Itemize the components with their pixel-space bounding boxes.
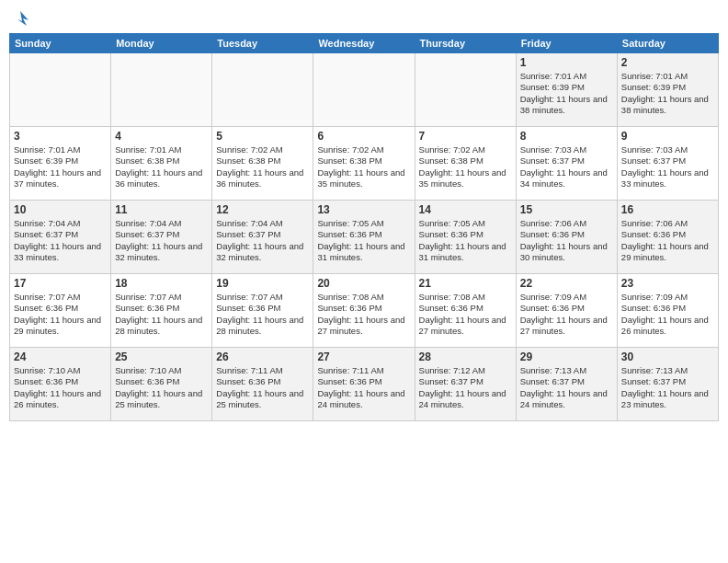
weekday-header-friday: Friday [516,34,617,53]
day-info: Sunrise: 7:01 AM Sunset: 6:38 PM Dayligh… [115,144,208,190]
day-number: 10 [14,203,107,216]
week-row-4: 17Sunrise: 7:07 AM Sunset: 6:36 PM Dayli… [10,274,719,348]
calendar-cell: 29Sunrise: 7:13 AM Sunset: 6:37 PM Dayli… [516,348,617,421]
day-number: 22 [520,277,613,290]
day-number: 4 [115,130,208,143]
day-number: 19 [216,277,309,290]
day-info: Sunrise: 7:10 AM Sunset: 6:36 PM Dayligh… [14,365,107,410]
calendar-cell: 15Sunrise: 7:06 AM Sunset: 6:36 PM Dayli… [516,201,617,274]
day-number: 5 [216,130,309,143]
svg-marker-0 [17,11,28,26]
day-info: Sunrise: 7:01 AM Sunset: 6:39 PM Dayligh… [520,71,613,116]
day-info: Sunrise: 7:07 AM Sunset: 6:36 PM Dayligh… [14,292,107,337]
calendar-cell: 23Sunrise: 7:09 AM Sunset: 6:36 PM Dayli… [617,274,718,348]
day-info: Sunrise: 7:04 AM Sunset: 6:37 PM Dayligh… [216,218,309,263]
weekday-header-tuesday: Tuesday [212,34,313,53]
calendar-cell: 3Sunrise: 7:01 AM Sunset: 6:39 PM Daylig… [10,127,111,201]
day-info: Sunrise: 7:08 AM Sunset: 6:36 PM Dayligh… [419,292,512,337]
day-number: 29 [520,350,613,363]
calendar-cell [10,53,111,127]
day-info: Sunrise: 7:10 AM Sunset: 6:36 PM Dayligh… [115,365,208,410]
day-number: 7 [419,130,512,143]
calendar-cell [415,53,516,127]
day-info: Sunrise: 7:12 AM Sunset: 6:37 PM Dayligh… [419,365,512,410]
day-number: 2 [621,56,714,69]
day-number: 13 [317,203,410,216]
day-info: Sunrise: 7:06 AM Sunset: 6:36 PM Dayligh… [520,218,613,263]
day-number: 18 [115,277,208,290]
day-number: 17 [14,277,107,290]
day-info: Sunrise: 7:06 AM Sunset: 6:36 PM Dayligh… [621,218,714,263]
calendar-cell: 8Sunrise: 7:03 AM Sunset: 6:37 PM Daylig… [516,127,617,201]
day-number: 15 [520,203,613,216]
day-number: 28 [419,350,512,363]
weekday-header-thursday: Thursday [415,34,516,53]
calendar-cell: 12Sunrise: 7:04 AM Sunset: 6:37 PM Dayli… [212,201,313,274]
day-number: 25 [115,350,208,363]
logo-bird-icon [10,9,30,29]
day-info: Sunrise: 7:02 AM Sunset: 6:38 PM Dayligh… [216,144,309,190]
calendar-cell: 14Sunrise: 7:05 AM Sunset: 6:36 PM Dayli… [415,201,516,274]
day-number: 3 [14,130,107,143]
day-info: Sunrise: 7:03 AM Sunset: 6:37 PM Dayligh… [520,144,613,190]
calendar-cell: 19Sunrise: 7:07 AM Sunset: 6:36 PM Dayli… [212,274,313,348]
calendar-cell [111,53,212,127]
day-info: Sunrise: 7:02 AM Sunset: 6:38 PM Dayligh… [317,144,410,190]
weekday-header-row: SundayMondayTuesdayWednesdayThursdayFrid… [10,34,719,53]
weekday-header-saturday: Saturday [617,34,718,53]
day-info: Sunrise: 7:11 AM Sunset: 6:36 PM Dayligh… [317,365,410,410]
day-number: 21 [419,277,512,290]
day-number: 6 [317,130,410,143]
day-number: 20 [317,277,410,290]
calendar-cell: 2Sunrise: 7:01 AM Sunset: 6:39 PM Daylig… [617,53,718,127]
weekday-header-monday: Monday [111,34,212,53]
weekday-header-wednesday: Wednesday [313,34,415,53]
calendar-cell: 1Sunrise: 7:01 AM Sunset: 6:39 PM Daylig… [516,53,617,127]
weekday-header-sunday: Sunday [10,34,111,53]
day-info: Sunrise: 7:08 AM Sunset: 6:36 PM Dayligh… [317,292,410,337]
calendar-cell: 28Sunrise: 7:12 AM Sunset: 6:37 PM Dayli… [415,348,516,421]
day-number: 23 [621,277,714,290]
calendar-cell: 22Sunrise: 7:09 AM Sunset: 6:36 PM Dayli… [516,274,617,348]
day-info: Sunrise: 7:13 AM Sunset: 6:37 PM Dayligh… [520,365,613,410]
calendar-cell: 9Sunrise: 7:03 AM Sunset: 6:37 PM Daylig… [617,127,718,201]
logo [9,9,31,26]
day-info: Sunrise: 7:04 AM Sunset: 6:37 PM Dayligh… [14,218,107,263]
day-number: 24 [14,350,107,363]
day-number: 14 [419,203,512,216]
calendar-cell [212,53,313,127]
calendar-cell: 6Sunrise: 7:02 AM Sunset: 6:38 PM Daylig… [313,127,415,201]
week-row-1: 1Sunrise: 7:01 AM Sunset: 6:39 PM Daylig… [10,53,719,127]
header [9,9,719,26]
calendar-cell: 13Sunrise: 7:05 AM Sunset: 6:36 PM Dayli… [313,201,415,274]
day-number: 1 [520,56,613,69]
calendar-cell [313,53,415,127]
day-info: Sunrise: 7:09 AM Sunset: 6:36 PM Dayligh… [621,292,714,337]
day-number: 11 [115,203,208,216]
calendar-cell: 27Sunrise: 7:11 AM Sunset: 6:36 PM Dayli… [313,348,415,421]
day-number: 27 [317,350,410,363]
calendar-cell: 16Sunrise: 7:06 AM Sunset: 6:36 PM Dayli… [617,201,718,274]
week-row-2: 3Sunrise: 7:01 AM Sunset: 6:39 PM Daylig… [10,127,719,201]
calendar-cell: 17Sunrise: 7:07 AM Sunset: 6:36 PM Dayli… [10,274,111,348]
calendar-cell: 7Sunrise: 7:02 AM Sunset: 6:38 PM Daylig… [415,127,516,201]
day-number: 30 [621,350,714,363]
calendar-table: SundayMondayTuesdayWednesdayThursdayFrid… [9,33,719,421]
calendar-cell: 30Sunrise: 7:13 AM Sunset: 6:37 PM Dayli… [617,348,718,421]
calendar-cell: 25Sunrise: 7:10 AM Sunset: 6:36 PM Dayli… [111,348,212,421]
day-info: Sunrise: 7:01 AM Sunset: 6:39 PM Dayligh… [621,71,714,116]
day-number: 16 [621,203,714,216]
day-number: 8 [520,130,613,143]
day-info: Sunrise: 7:01 AM Sunset: 6:39 PM Dayligh… [14,144,107,190]
day-info: Sunrise: 7:05 AM Sunset: 6:36 PM Dayligh… [419,218,512,263]
day-number: 12 [216,203,309,216]
day-info: Sunrise: 7:09 AM Sunset: 6:36 PM Dayligh… [520,292,613,337]
calendar-cell: 4Sunrise: 7:01 AM Sunset: 6:38 PM Daylig… [111,127,212,201]
day-info: Sunrise: 7:11 AM Sunset: 6:36 PM Dayligh… [216,365,309,410]
calendar-cell: 11Sunrise: 7:04 AM Sunset: 6:37 PM Dayli… [111,201,212,274]
day-number: 26 [216,350,309,363]
calendar-cell: 26Sunrise: 7:11 AM Sunset: 6:36 PM Dayli… [212,348,313,421]
day-info: Sunrise: 7:03 AM Sunset: 6:37 PM Dayligh… [621,144,714,190]
page: SundayMondayTuesdayWednesdayThursdayFrid… [0,0,728,563]
calendar-cell: 20Sunrise: 7:08 AM Sunset: 6:36 PM Dayli… [313,274,415,348]
